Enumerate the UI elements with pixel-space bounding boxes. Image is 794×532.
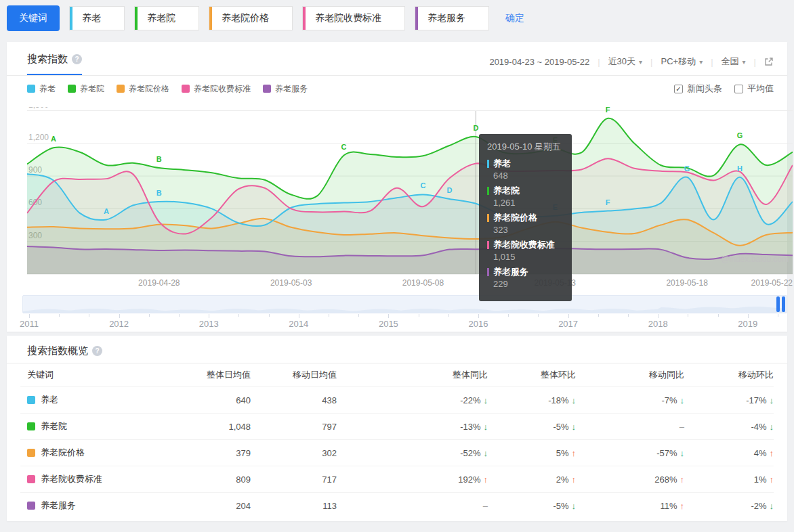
keyword-text: 养老院收费标准 [315, 12, 381, 24]
percent-value: 1% [754, 474, 767, 485]
mobile-mom-cell: 4%↑ [684, 448, 774, 458]
help-icon[interactable]: ? [72, 54, 82, 64]
keyword-input[interactable]: 养老院 [134, 6, 199, 30]
legend-item[interactable]: 养老院收费标准 [182, 83, 251, 95]
keyword-bar: 关键词 养老养老院养老院价格养老院收费标准养老服务 确定 [7, 5, 524, 31]
legend-item[interactable]: 养老院 [68, 83, 104, 95]
svg-text:F: F [606, 198, 610, 206]
keyword-swatch [27, 502, 35, 510]
keyword-swatch [27, 475, 35, 483]
news-headlines-checkbox[interactable]: ✓ 新闻头条 [674, 83, 722, 95]
keyword-button[interactable]: 关键词 [7, 5, 60, 31]
keyword-input[interactable]: 养老院价格 [209, 6, 293, 30]
confirm-link[interactable]: 确定 [505, 12, 524, 24]
region-dropdown[interactable]: 全国▾ [722, 56, 746, 68]
keyword-input[interactable]: 养老 [69, 6, 125, 30]
mobile-mom-cell: -17%↓ [684, 395, 774, 405]
overview-keyword-cell[interactable]: 养老院价格 [20, 447, 190, 459]
svg-text:D: D [446, 186, 452, 194]
table-row[interactable]: 养老院收费标准809717192%↑2%↑268%↑1%↑ [20, 466, 774, 492]
trend-chart[interactable]: 3006009001,2001,500ABCDEFGHABCDEFG [27, 107, 793, 276]
percent-value: -7% [661, 395, 677, 405]
timeline-slider[interactable] [22, 295, 787, 313]
legend-label: 养老院收费标准 [194, 83, 251, 95]
device-value: PC+移动 [661, 56, 696, 66]
mobile-yoy-cell: -7%↓ [576, 395, 684, 405]
tooltip-value: 648 [487, 171, 564, 181]
timeline-tick [478, 314, 479, 318]
tooltip-item-name: 养老服务 [487, 266, 564, 278]
svg-text:B: B [156, 189, 162, 197]
keyword-name: 养老院收费标准 [41, 473, 102, 485]
tooltip-items: 养老648养老院1,261养老院价格323养老院收费标准1,015养老服务229 [487, 158, 564, 289]
timeline-minor-tick [179, 314, 180, 317]
timeline-handle-right[interactable] [782, 296, 785, 312]
overview-panel: 搜索指数概览 ? 关键词整体日均值移动日均值整体同比整体环比移动同比移动环比养老… [7, 336, 787, 521]
mobile-yoy-cell: – [576, 422, 684, 432]
svg-text:G: G [684, 164, 690, 173]
keyword-input[interactable]: 养老服务 [415, 6, 489, 30]
region-value: 全国 [722, 56, 739, 66]
timeline-minor-tick [59, 314, 60, 317]
x-axis-tick-label: 2019-05-22 [751, 278, 793, 288]
mobile-avg-cell: 717 [251, 474, 337, 485]
tooltip-value: 1,261 [487, 198, 564, 208]
tooltip-keyword: 养老 [493, 158, 511, 170]
legend-item[interactable]: 养老 [27, 83, 56, 95]
tooltip-value: 229 [487, 279, 564, 289]
legend-swatch [263, 85, 271, 93]
legend-item[interactable]: 养老服务 [263, 83, 308, 95]
average-checkbox[interactable]: 平均值 [734, 83, 774, 95]
percent-value: 192% [458, 474, 480, 485]
tooltip-keyword: 养老院收费标准 [493, 239, 555, 251]
chart-tooltip: 2019-05-10 星期五 养老648养老院1,261养老院价格323养老院收… [479, 134, 572, 301]
x-axis-tick-label: 2019-05-18 [666, 278, 707, 288]
percent-value: -17% [746, 395, 766, 405]
arrow-down-icon: ↓ [770, 395, 774, 405]
column-header: 整体同比 [337, 369, 488, 381]
keyword-swatch [27, 422, 35, 430]
tooltip-keyword: 养老院 [493, 185, 520, 197]
overall-avg-cell: 379 [190, 448, 251, 458]
keyword-color-accent [70, 7, 72, 30]
overview-keyword-cell[interactable]: 养老服务 [20, 500, 190, 512]
percent-value: -52% [460, 448, 480, 458]
percent-value: 268% [654, 474, 677, 485]
mobile-yoy-cell: -57%↓ [576, 448, 684, 458]
help-icon[interactable]: ? [92, 346, 102, 356]
tooltip-item-name: 养老院价格 [487, 212, 564, 224]
keyword-input[interactable]: 养老院收费标准 [302, 6, 405, 30]
overview-keyword-cell[interactable]: 养老 [20, 394, 190, 406]
timeline-minor-tick [628, 314, 629, 317]
column-header: 移动同比 [576, 369, 684, 381]
tooltip-item: 养老院1,261 [487, 185, 564, 208]
table-row[interactable]: 养老服务204113–-5%↓11%↑-2%↓ [20, 492, 774, 518]
period-dropdown[interactable]: 近30天▾ [608, 56, 643, 68]
timeline-tick [299, 314, 299, 318]
timeline-year-label: 2018 [648, 319, 668, 329]
flat-dash: – [483, 501, 488, 511]
timeline-minor-tick [269, 314, 270, 317]
tooltip-item-name: 养老院 [487, 185, 564, 197]
overview-keyword-cell[interactable]: 养老院收费标准 [20, 473, 190, 485]
timeline-minor-tick [358, 314, 359, 317]
timeline-years: 201120122013201420152016201720182019 [22, 319, 787, 330]
legend-item[interactable]: 养老院价格 [117, 83, 169, 95]
mobile-avg-cell: 113 [251, 501, 337, 511]
timeline-handle-left[interactable] [776, 296, 780, 312]
overall-mom-cell: 2%↑ [488, 474, 576, 485]
arrow-down-icon: ↓ [770, 422, 774, 432]
external-link-icon[interactable] [764, 57, 774, 66]
table-row[interactable]: 养老院1,048797-13%↓-5%↓–-4%↓ [20, 413, 774, 439]
chart-controls: 2019-04-23 ~ 2019-05-22 | 近30天▾ | PC+移动▾… [489, 56, 774, 68]
keyword-text: 养老院 [147, 12, 175, 24]
overview-keyword-cell[interactable]: 养老院 [20, 420, 190, 433]
x-axis-tick-label: 2019-05-03 [270, 278, 312, 288]
device-dropdown[interactable]: PC+移动▾ [661, 56, 703, 68]
table-row[interactable]: 养老院价格379302-52%↓5%↑-57%↓4%↑ [20, 439, 774, 466]
tab-search-index[interactable]: 搜索指数 ? [27, 53, 82, 75]
percent-value: -22% [460, 395, 480, 405]
date-range: 2019-04-23 ~ 2019-05-22 [489, 57, 589, 67]
divider-pipe: | [754, 57, 756, 67]
table-row[interactable]: 养老640438-22%↓-18%↓-7%↓-17%↓ [20, 386, 774, 413]
